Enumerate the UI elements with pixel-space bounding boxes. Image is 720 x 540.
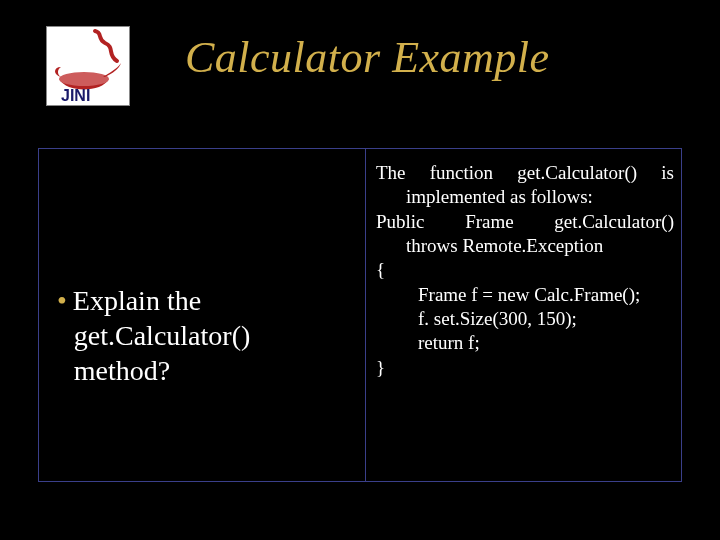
code-line-5: {	[376, 258, 674, 282]
code-line-1: The function get.Calculator() is	[376, 161, 674, 185]
code-line-3: Public Frame get.Calculator()	[376, 210, 674, 234]
code-line-2: implemented as follows:	[376, 185, 674, 209]
code-line-4: throws Remote.Exception	[376, 234, 674, 258]
jini-logo-icon: JINI	[47, 27, 129, 105]
code-block: The function get.Calculator() is impleme…	[376, 161, 674, 380]
slide-title: Calculator Example	[185, 32, 550, 83]
code-line-7: f. set.Size(300, 150);	[376, 307, 674, 331]
bullet-line-3: method?	[74, 355, 170, 386]
left-column: •Explain the • get.Calculator() • method…	[39, 149, 365, 481]
content-box: •Explain the • get.Calculator() • method…	[38, 148, 682, 482]
bullet-dot-icon: •	[57, 285, 73, 316]
slide: JINI Calculator Example •Explain the • g…	[0, 0, 720, 540]
right-column: The function get.Calculator() is impleme…	[366, 149, 682, 481]
code-line-6: Frame f = new Calc.Frame();	[376, 283, 674, 307]
bullet-item: •Explain the • get.Calculator() • method…	[57, 283, 250, 388]
code-line-9: }	[376, 356, 674, 380]
jini-logo-text: JINI	[61, 87, 90, 104]
code-line-8: return f;	[376, 331, 674, 355]
bullet-line-2: get.Calculator()	[74, 320, 250, 351]
jini-logo: JINI	[46, 26, 130, 106]
svg-point-1	[59, 72, 109, 86]
bullet-line-1: Explain the	[73, 285, 201, 316]
